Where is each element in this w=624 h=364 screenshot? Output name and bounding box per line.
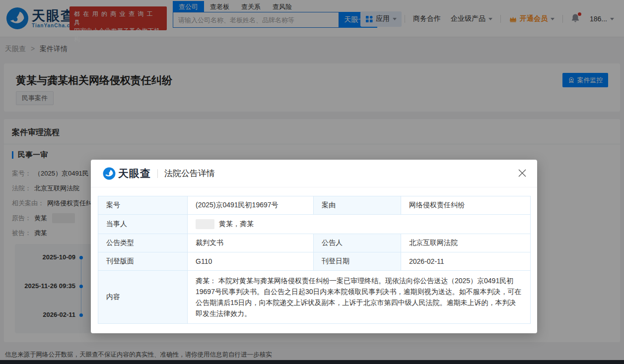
table-row: 案号 (2025)京0491民初19697号 案由 网络侵权责任纠纷	[98, 196, 531, 215]
modal-title: 法院公告详情	[164, 168, 215, 179]
cell-value: (2025)京0491民初19697号	[188, 196, 314, 215]
cell-label: 刊登日期	[314, 252, 401, 271]
announcement-table: 案号 (2025)京0491民初19697号 案由 网络侵权责任纠纷 当事人 黄…	[98, 196, 531, 324]
announcement-content: 龚某： 本院对黄某与龚某网络侵权责任纠纷一案已审理终结。现依法向你公告送达（20…	[188, 271, 531, 324]
cell-value: 裁判文书	[188, 234, 314, 252]
cell-label: 刊登版面	[98, 252, 188, 271]
parties-value: 黄某，龚某	[219, 220, 254, 228]
cell-label: 当事人	[98, 215, 188, 234]
tianyancha-eye-icon	[103, 167, 116, 180]
cell-label: 公告人	[314, 234, 401, 252]
cell-label: 公告类型	[98, 234, 188, 252]
cell-value: 网络侵权责任纠纷	[401, 196, 531, 215]
modal-brand-name: 天眼查	[118, 167, 151, 181]
cell-value: G110	[188, 252, 314, 271]
court-announcement-modal: 天眼查 法院公告详情 案号 (2025)京0491民初19697号 案由 网络侵…	[91, 160, 537, 333]
cell-label: 案由	[314, 196, 401, 215]
close-icon	[518, 169, 527, 178]
modal-brand-logo: 天眼查	[103, 167, 151, 181]
table-row: 刊登版面 G110 刊登日期 2026-02-11	[98, 252, 531, 271]
page: 天眼查 TianYanCha.com 都 在 用 的 商 业 查 询 工 具 国…	[0, 0, 624, 364]
cell-value: 黄某，龚某	[188, 215, 531, 234]
cell-label: 案号	[98, 196, 188, 215]
modal-close-button[interactable]	[517, 169, 527, 179]
cell-label: 内容	[98, 271, 188, 324]
modal-header-divider	[157, 169, 158, 178]
cell-value: 2026-02-11	[401, 252, 531, 271]
table-row: 公告类型 裁判文书 公告人 北京互联网法院	[98, 234, 531, 252]
table-row: 当事人 黄某，龚某	[98, 215, 531, 234]
table-row: 内容 龚某： 本院对黄某与龚某网络侵权责任纠纷一案已审理终结。现依法向你公告送达…	[98, 271, 531, 324]
cell-value: 北京互联网法院	[401, 234, 531, 252]
modal-header: 天眼查 法院公告详情	[91, 160, 537, 187]
redacted-block	[196, 219, 214, 229]
